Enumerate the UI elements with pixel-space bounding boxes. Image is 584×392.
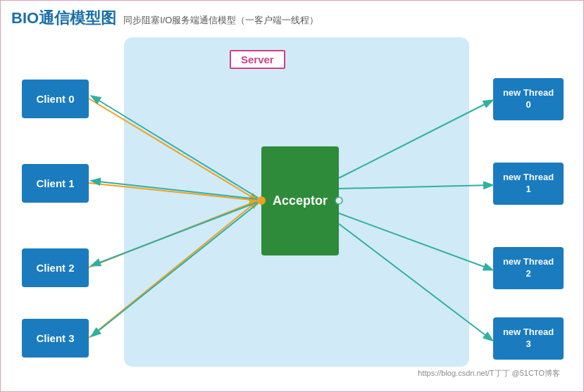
client-box-0: Client 0 [22,80,89,118]
watermark: https://blog.csdn.net/T丁丁 @51CTO博客 [418,368,560,379]
title-bar: BIO通信模型图 同步阻塞I/O服务端通信模型（一客户端一线程） [11,8,574,29]
client-box-2: Client 2 [22,248,89,287]
subtitle: 同步阻塞I/O服务端通信模型（一客户端一线程） [123,14,318,27]
diagram-area: Server Acceptor Client 0 Client 1 Client… [11,37,574,382]
thread-box-0: new Thread0 [493,78,564,120]
thread-box-3: new Thread3 [493,317,564,360]
main-title: BIO通信模型图 [11,8,116,29]
acceptor-box: Acceptor [261,146,339,255]
server-label: Server [230,50,285,69]
client-box-3: Client 3 [22,319,89,358]
thread-box-2: new Thread2 [493,247,564,289]
thread-box-1: new Thread1 [493,163,564,205]
client-box-1: Client 1 [22,164,89,203]
page-container: BIO通信模型图 同步阻塞I/O服务端通信模型（一客户端一线程） Server … [1,1,584,392]
